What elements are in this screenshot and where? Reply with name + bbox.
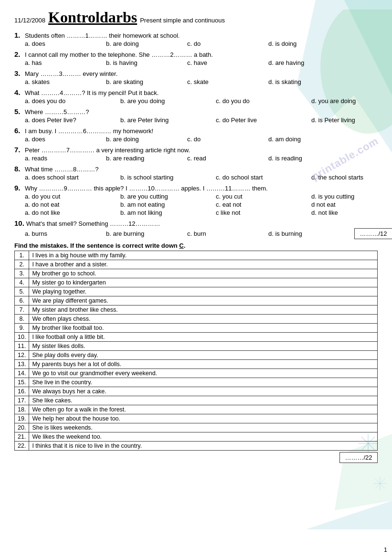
row-text: My sister likes dolls. xyxy=(29,342,378,351)
table-row: 13.My parents buys her a lot of dolls. xyxy=(15,360,378,369)
q8-num: 8. xyxy=(14,165,23,173)
header-subtitle: Present simple and continuous xyxy=(140,17,225,24)
q10-opt-c: c. burn xyxy=(187,230,268,237)
q7-opt-a: a. reads xyxy=(25,155,106,162)
q8-opt-d: d. the school starts xyxy=(311,174,392,181)
q7-options: a. reads b. are reading c. read d. is re… xyxy=(25,155,378,162)
q2-opt-d: d. are having xyxy=(268,59,350,66)
q8-opt-c: c. do school start xyxy=(216,174,311,181)
q1-opt-a: a. does xyxy=(25,40,106,47)
q8-text: What time ………8………? xyxy=(25,166,378,173)
row-num: 8. xyxy=(15,315,29,324)
q1-text: Students often ………1……… their homework at… xyxy=(25,32,378,39)
q3-opt-c: c. skate xyxy=(187,78,268,85)
q3-num: 3. xyxy=(14,69,23,77)
q8-opt-a: a. does school start xyxy=(25,174,120,181)
q9-opt-d3: d. not like xyxy=(311,209,392,216)
row-num: 13. xyxy=(15,360,29,369)
find-mistakes-title: Find the mistakes. If the sentence is co… xyxy=(14,242,378,249)
question-10: 10. What's that smell? Something ………12……… xyxy=(14,219,378,239)
row-num: 15. xyxy=(15,378,29,387)
row-num: 4. xyxy=(15,278,29,287)
row-num: 10. xyxy=(15,333,29,342)
row-text: My sister go to kindergarten xyxy=(29,278,378,287)
table-row: 1.I lives in a big house with my family. xyxy=(15,251,378,260)
table-row: 21.We likes the weekend too. xyxy=(15,432,378,442)
table-row: 3.My brother go to school. xyxy=(15,269,378,278)
row-text: I like football only a little bit. xyxy=(29,333,378,342)
q2-opt-c: c. have xyxy=(187,59,268,66)
q6-num: 6. xyxy=(14,126,23,135)
q7-num: 7. xyxy=(14,146,23,154)
q9-opt-a2: a. do not eat xyxy=(25,201,120,208)
q9-opt-a1: a. do you cut xyxy=(25,193,120,200)
q4-opt-b: b. are you doing xyxy=(120,97,216,105)
row-text: My parents buys her a lot of dolls. xyxy=(29,360,378,369)
row-num: 19. xyxy=(15,414,29,423)
mistakes-table: 1.I lives in a big house with my family.… xyxy=(14,251,378,451)
q1-opt-d: d. is doing xyxy=(268,40,350,47)
q9-opt-d2: d not eat xyxy=(311,201,392,208)
question-4: 4. What ………4………? It is my pencil! Put it… xyxy=(14,88,378,105)
row-text: We help her about the house too. xyxy=(29,414,378,423)
q2-options: a. has b. is having c. have d. are havin… xyxy=(25,59,378,66)
q10-options: a. burns b. are burning c. burn d. is bu… xyxy=(25,228,378,239)
table-row: 2.I have a brother and a sister. xyxy=(15,260,378,269)
final-score: ………/22 xyxy=(339,452,378,463)
q9-options-row3: a. do not like b. am not liking c like n… xyxy=(25,209,378,216)
row-num: 14. xyxy=(15,369,29,378)
header: 11/12/2008 Kontroldarbs Present simple a… xyxy=(14,9,378,26)
q1-num: 1. xyxy=(14,31,23,39)
table-row: 11.My sister likes dolls. xyxy=(15,342,378,351)
row-text: My sister and brother like chess. xyxy=(29,305,378,315)
row-num: 22. xyxy=(15,442,29,451)
q4-opt-c: c. do you do xyxy=(216,97,311,105)
row-text: She live in the country. xyxy=(29,378,378,387)
q3-options: a. skates b. are skating c. skate d. is … xyxy=(25,78,378,85)
question-3: 3. Mary ………3……… every winter. a. skates … xyxy=(14,69,378,85)
table-row: 6.We are play different games. xyxy=(15,296,378,305)
q9-options-row1: a. do you cut b. are you cutting c. you … xyxy=(25,193,378,200)
q7-opt-b: b. are reading xyxy=(106,155,187,162)
header-title: Kontroldarbs xyxy=(48,9,137,26)
question-5: 5. Where ………5………? a. does Peter live? b.… xyxy=(14,107,378,124)
q6-opt-a: a. does xyxy=(25,136,106,143)
row-text: We playing together. xyxy=(29,287,378,296)
row-text: We often plays chess. xyxy=(29,315,378,324)
table-row: 7.My sister and brother like chess. xyxy=(15,305,378,315)
q9-opt-b2: b. am not eating xyxy=(120,201,216,208)
q1-opt-c: c. do xyxy=(187,40,268,47)
q5-opt-d: d. is Peter living xyxy=(311,116,392,124)
q10-opt-d: d. is burning xyxy=(268,230,350,237)
q4-options: a. does you do b. are you doing c. do yo… xyxy=(25,97,378,105)
row-num: 11. xyxy=(15,342,29,351)
q6-text: I am busy. I …………6………… my homework! xyxy=(25,127,378,135)
row-num: 7. xyxy=(15,305,29,315)
row-text: I lives in a big house with my family. xyxy=(29,251,378,260)
row-text: I have a brother and a sister. xyxy=(29,260,378,269)
find-mistakes-section: Find the mistakes. If the sentence is co… xyxy=(14,242,378,463)
table-row: 12.She play dolls every day. xyxy=(15,351,378,360)
question-2: 2. I cannot call my mother to the teleph… xyxy=(14,50,378,66)
q9-opt-c1: c. you cut xyxy=(216,193,311,200)
q4-opt-a: a. does you do xyxy=(25,97,120,105)
q7-opt-c: c. read xyxy=(187,155,268,162)
q3-text: Mary ………3……… every winter. xyxy=(25,70,378,77)
q9-opt-d1: d. is you cutting xyxy=(311,193,392,200)
q8-options: a. does school start b. is school starti… xyxy=(25,174,378,181)
q3-opt-d: d. is skating xyxy=(268,78,350,85)
q4-opt-d: d. you are doing xyxy=(311,97,392,105)
q2-num: 2. xyxy=(14,50,23,58)
q7-text: Peter …………7………… a very interesting artic… xyxy=(25,147,378,154)
q5-text: Where ………5………? xyxy=(25,108,378,116)
header-date: 11/12/2008 xyxy=(14,17,45,24)
row-num: 20. xyxy=(15,423,29,432)
table-row: 14.We go to visit our grandmother every … xyxy=(15,369,378,378)
table-row: 10.I like football only a little bit. xyxy=(15,333,378,342)
table-row: 4.My sister go to kindergarten xyxy=(15,278,378,287)
q9-opt-c3: c like not xyxy=(216,209,311,216)
row-num: 1. xyxy=(15,251,29,260)
table-row: 20.She is likes weekends. xyxy=(15,423,378,432)
q5-opt-a: a. does Peter live? xyxy=(25,116,120,124)
row-text: My brother like football too. xyxy=(29,324,378,333)
